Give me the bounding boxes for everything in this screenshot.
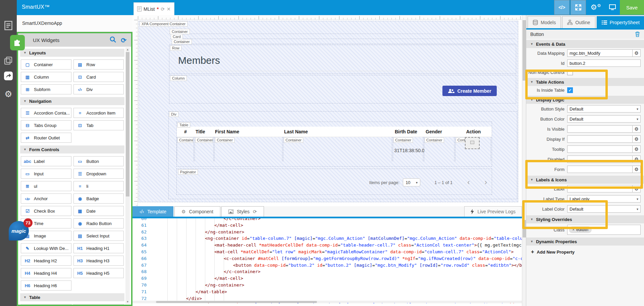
page-size-select[interactable]: 10 ▾	[403, 178, 420, 186]
preview-button[interactable]	[604, 0, 621, 15]
table-cell[interactable]: Container	[283, 137, 392, 161]
table-cell[interactable]: Container	[214, 137, 282, 161]
tab-close-icon[interactable]: ✕	[167, 6, 171, 12]
container-strip[interactable]: Container	[169, 29, 515, 34]
widget-item-date[interactable]: ▦Date	[73, 206, 124, 216]
class-chip[interactable]: ×editbtn	[569, 226, 592, 233]
xpa-component-container[interactable]: XPA Component Container ContainerCardCon…	[139, 21, 518, 202]
property-input[interactable]	[567, 125, 633, 133]
widgets-rail-item-active[interactable]	[10, 35, 25, 50]
widget-item-heading-h1[interactable]: H1Heading H1	[73, 243, 124, 253]
magic-brand-badge[interactable]: magic 73	[9, 218, 39, 243]
share-icon[interactable]	[0, 71, 17, 81]
remove-chip-icon[interactable]: ×	[572, 227, 575, 232]
widget-item-tabs-group[interactable]: ⊟Tabs Group	[21, 120, 71, 130]
property-input[interactable]	[567, 185, 633, 192]
add-new-property-button[interactable]: +Add New Property	[526, 246, 644, 255]
expand-button[interactable]	[571, 0, 586, 15]
section-header-display-logic[interactable]: ▼Display Logic	[526, 96, 644, 104]
container-strip[interactable]: Container	[171, 39, 515, 44]
scroll-down-icon[interactable]: ▼	[125, 300, 130, 303]
section-header-labels-icons[interactable]: ▼Labels & Icons	[526, 176, 644, 184]
widget-item-input[interactable]: ▭Input	[21, 169, 71, 179]
widget-item-tab[interactable]: ⊡Tab	[73, 120, 124, 130]
property-checkbox[interactable]: ✓	[567, 87, 573, 93]
widget-item-column[interactable]: ▥Column	[21, 72, 71, 82]
previous-page-icon[interactable]: ‹	[467, 179, 470, 186]
members-heading[interactable]: Members	[178, 55, 220, 66]
gear-icon[interactable]: ⚙	[633, 135, 641, 143]
widget-item-ul[interactable]: ≣ul	[21, 181, 71, 191]
table-cell[interactable]: Container	[195, 137, 214, 161]
property-select[interactable]: Default▾	[567, 115, 641, 123]
property-select[interactable]: Label only▾	[567, 195, 641, 203]
widget-section-header[interactable]: ▼Navigation	[20, 97, 124, 105]
widget-item-lookup-with-de-[interactable]: ✎Lookup With De...	[21, 243, 71, 253]
widget-item-li[interactable]: ≡li	[73, 181, 124, 191]
widget-item-radio-button[interactable]: ◉Radio Button	[73, 218, 124, 228]
save-button[interactable]: Save	[620, 0, 644, 15]
canvas-vertical-scrollbar[interactable]	[522, 15, 526, 306]
gear-icon[interactable]: ⚙	[633, 49, 641, 57]
property-input[interactable]	[567, 145, 633, 153]
next-page-icon[interactable]: ›	[485, 179, 487, 186]
widget-item-check-box[interactable]: ☑Check Box	[21, 206, 71, 216]
section-header-table-actions[interactable]: ▼Table Actions	[526, 78, 644, 86]
editor-tab-component[interactable]: ⚙Component	[174, 206, 220, 217]
scroll-up-icon[interactable]: ▲	[125, 48, 130, 51]
gear-icon[interactable]: ⚙	[633, 166, 641, 173]
section-header-styling-overrides[interactable]: ▼Styling Overrides	[526, 215, 644, 223]
table-cell[interactable]: Container	[455, 137, 491, 161]
code-view-button[interactable]: </>	[554, 0, 570, 15]
selected-button-widget[interactable]	[465, 137, 480, 149]
table-widget[interactable]: Table #TitleFirst NameLast NameBirth Dat…	[176, 122, 492, 167]
gear-icon[interactable]: ⚙	[633, 145, 641, 153]
widget-item-subform[interactable]: ⊞Subform	[21, 84, 71, 94]
table-cell[interactable]: Container	[177, 137, 194, 161]
property-input[interactable]: mgc.btn_Modify	[567, 49, 633, 57]
right-tab-propertysheet[interactable]: PropertySheet	[597, 16, 644, 28]
property-input[interactable]	[567, 166, 633, 173]
property-input[interactable]	[567, 156, 633, 163]
widget-item-table-body[interactable]: ▦Table Body	[21, 304, 71, 305]
widget-item-heading-h6[interactable]: H6Heading H6	[21, 280, 71, 291]
widget-item-select-input[interactable]: ▤Select Input	[73, 231, 124, 241]
property-input[interactable]	[567, 135, 633, 143]
template-code-area[interactable]: 60</c-container>61</mat-cell>62</ng-cont…	[132, 218, 522, 303]
widget-item-router-outlet[interactable]: ⇄Router Outlet	[21, 133, 71, 143]
property-input[interactable]: button.2	[567, 59, 641, 67]
document-tab-mlist[interactable]: MList * ⟳ ✕	[133, 2, 174, 15]
property-select[interactable]: Default▾	[567, 105, 641, 113]
widget-item-table-column[interactable]: ▥Table Column	[73, 304, 124, 305]
editor-tab-template[interactable]: ‹/›Template	[132, 206, 173, 217]
live-preview-logs-button[interactable]: Live Preview Logs	[464, 206, 522, 217]
refresh-icon[interactable]: ⟳	[121, 36, 126, 44]
widgets-scrollbar[interactable]: ▲ ▼	[125, 47, 130, 304]
delete-widget-button[interactable]	[635, 31, 640, 37]
gear-icon[interactable]: ⚙	[633, 156, 641, 163]
widget-item-heading-h3[interactable]: H3Heading H3	[73, 256, 124, 266]
row-widget[interactable]: Row	[169, 45, 516, 74]
widget-item-accordion-item[interactable]: ≡Accordion Item	[73, 108, 124, 118]
widget-section-header[interactable]: ▼Layouts	[20, 49, 124, 57]
right-tab-models[interactable]: Models	[528, 16, 561, 28]
widget-item-label[interactable]: abcLabel	[21, 156, 71, 166]
app-name-row[interactable]: SmartUXDemoApp	[17, 15, 132, 32]
services-button[interactable]: ⚙⚙	[588, 0, 604, 15]
create-member-button[interactable]: Create Member	[442, 86, 497, 96]
container-strip[interactable]: Card	[170, 34, 515, 39]
widget-item-heading-h4[interactable]: H4Heading H4	[21, 268, 71, 278]
widget-item-button[interactable]: ▭Button	[73, 156, 124, 166]
section-header-events-data[interactable]: ▼Events & Data	[526, 40, 644, 48]
widget-item-heading-h5[interactable]: H5Heading H5	[73, 268, 124, 278]
widget-section-header[interactable]: ▼Table	[20, 293, 124, 301]
gear-icon[interactable]: ⚙	[633, 125, 641, 133]
widget-item-div[interactable]: ‹/›Div	[73, 84, 124, 94]
right-tab-outline[interactable]: Outline	[562, 16, 595, 28]
widget-item-badge[interactable]: ◉Badge	[73, 193, 124, 204]
search-icon[interactable]	[110, 36, 116, 43]
table-cell[interactable]: Container	[424, 137, 454, 161]
widget-item-anchor[interactable]: ‹a›Anchor	[21, 193, 71, 204]
refresh-icon[interactable]: ⟳	[253, 209, 257, 214]
section-header-dynamic-properties[interactable]: ▼Dynamic Properties	[526, 237, 644, 246]
